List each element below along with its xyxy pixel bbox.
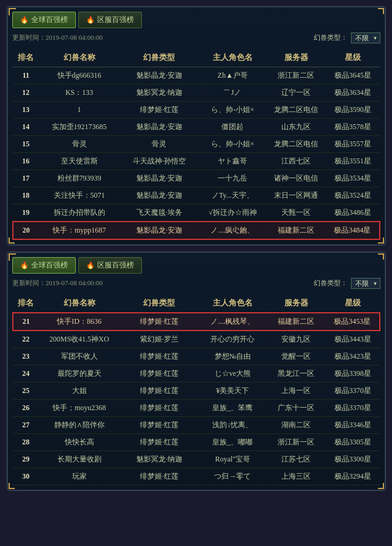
cell-owner: ら、帅-小姐× <box>199 136 266 153</box>
filter-select-wrapper-2[interactable]: 不限 <box>351 277 380 289</box>
panel-2: 🔥 全球百强榜 🔥 区服百强榜 更新时间：2019-07-08 04:00:00… <box>7 252 386 491</box>
cell-name: 快手dg666316 <box>39 67 119 84</box>
cell-owner: じ☆ve大熊 <box>199 365 266 383</box>
tab-global-1[interactable]: 🔥 全球百强榜 <box>12 12 76 28</box>
filter-label-1: 幻兽类型： <box>314 33 347 42</box>
cell-owner: 浅韵↓忧离、 <box>199 417 266 434</box>
table-body-1: 11快手dg666316魅影晶龙·安迦Zh▲户哥浙江新二区极品3645星12KS… <box>13 67 380 240</box>
col-name-2: 幻兽名称 <box>39 294 119 313</box>
cell-rank: 13 <box>13 102 40 119</box>
table-row: 19拆迁办招带队的飞天魔毯·埃务√拆迁办☆雨神天甄一区极品3486星 <box>13 204 380 222</box>
cell-name: 玩家 <box>39 468 119 485</box>
tab-server-label-1: 区服百强榜 <box>97 15 134 25</box>
col-rank-1: 排名 <box>13 48 40 67</box>
cell-name: 快手ID：8636 <box>39 313 119 331</box>
cell-type: 魅影晶龙·安迦 <box>119 67 199 84</box>
cell-owner: 皇族_、笨鹰 <box>199 400 266 417</box>
cell-name: 关注快手：5071 <box>39 187 119 204</box>
cell-type: 魅影晶龙·安迦 <box>119 222 199 239</box>
fire-icon-2: 🔥 <box>86 16 95 24</box>
table-row: 28快快长高绯梦姬·红莲皇族_、嘟嘟浙江新一区极品3305星 <box>13 434 380 451</box>
cell-star: 极品3534星 <box>326 170 379 187</box>
cell-owner: 开心の穷开心 <box>199 331 266 348</box>
table-row: 16至天使雷斯斗天战神·孙悟空ヤト鑫哥江西七区极品3551星 <box>13 153 380 170</box>
filter-select-1[interactable]: 不限 <box>351 32 380 43</box>
cell-owner: 一十九岳 <box>199 170 266 187</box>
cell-server: 觉醒一区 <box>266 348 326 365</box>
cell-name: KS：133 <box>39 84 119 102</box>
cell-type: 绯梦姬·红莲 <box>119 365 199 383</box>
cell-server: 湖南二区 <box>266 417 326 434</box>
cell-rank: 15 <box>13 136 40 153</box>
cell-star: 极品3578星 <box>326 119 379 136</box>
cell-rank: 24 <box>13 365 40 383</box>
cell-rank: 20 <box>13 222 40 239</box>
cell-server: 福建新二区 <box>266 222 326 239</box>
update-row-1: 更新时间：2019-07-08 04:00:00 幻兽类型： 不限 <box>12 32 380 43</box>
cell-server: 龙腾二区电信 <box>266 136 326 153</box>
tab-server-1[interactable]: 🔥 区服百强榜 <box>78 12 142 28</box>
cell-server: 浙江新一区 <box>266 434 326 451</box>
table-row: 131绯梦姬·红莲ら、帅-小姐×龙腾二区电信极品3590星 <box>13 102 380 119</box>
filter-select-2[interactable]: 不限 <box>351 278 380 289</box>
cell-rank: 21 <box>13 313 40 331</box>
cell-rank: 18 <box>13 187 40 204</box>
cell-name: 拆迁办招带队的 <box>39 204 119 222</box>
cell-owner: つ归→零て <box>199 468 266 485</box>
update-text-2: 更新时间：2019-07-08 04:00:00 <box>12 279 103 288</box>
table-row: 21快手ID：8636绯梦姬·红莲ノ....枫残琴、福建新二区极品3453星 <box>13 313 380 331</box>
cell-owner: ノ....疯尐龅、 <box>199 222 266 239</box>
cell-name: 快手；moyu2368 <box>39 400 119 417</box>
cell-server: 福建新二区 <box>266 313 326 331</box>
cell-server: 辽宁一区 <box>266 84 326 102</box>
tab-global-2[interactable]: 🔥 全球百强榜 <box>12 257 76 274</box>
tab-row-2: 🔥 全球百强榜 🔥 区服百强榜 <box>12 257 380 274</box>
cell-name: 实加歪192173685 <box>39 119 119 136</box>
cell-star: 极品3484星 <box>326 222 379 239</box>
tab-server-2[interactable]: 🔥 区服百强榜 <box>78 257 142 274</box>
table-row: 12KS：133魅影冥龙·纳迦˜˜ Jノ辽宁一区极品3634星 <box>13 84 380 102</box>
cell-type: 紫幻姬·罗兰 <box>119 331 199 348</box>
cell-server: 上海三区 <box>266 468 326 485</box>
col-star-1: 星级 <box>326 48 379 67</box>
table-row: 30玩家绯梦姬·红莲つ归→零て上海三区极品3294星 <box>13 468 380 485</box>
cell-server: 江西七区 <box>266 153 326 170</box>
cell-type: 斗天战神·孙悟空 <box>119 153 199 170</box>
cell-name: 最陀罗的夏天 <box>39 365 119 383</box>
cell-owner: ˜˜ Jノ <box>199 84 266 102</box>
cell-star: 极品3443星 <box>326 331 379 348</box>
cell-star: 极品3300星 <box>326 451 379 468</box>
cell-server: 黑龙江一区 <box>266 365 326 383</box>
cell-rank: 19 <box>13 204 40 222</box>
cell-server: 末日一区网通 <box>266 187 326 204</box>
cell-star: 极品3590星 <box>326 102 379 119</box>
cell-owner: ら、帅-小姐× <box>199 102 266 119</box>
cell-name: 粉丝群793939 <box>39 170 119 187</box>
cell-server: 山东九区 <box>266 119 326 136</box>
cell-name: 骨灵 <box>39 136 119 153</box>
col-owner-2: 主人角色名 <box>199 294 266 313</box>
table-row: 17粉丝群793939魅影晶龙·安迦一十九岳诸神一区电信极品3534星 <box>13 170 380 187</box>
fire-icon-3: 🔥 <box>20 261 29 269</box>
cell-name: 1 <box>39 102 119 119</box>
table-row: 23军团不收人绯梦姬·红莲梦想№自由觉醒一区极品3423星 <box>13 348 380 365</box>
cell-star: 极品3551星 <box>326 153 379 170</box>
cell-star: 极品3398星 <box>326 365 379 383</box>
cell-name: 快快长高 <box>39 434 119 451</box>
cell-star: 极品3453星 <box>326 313 379 331</box>
table-row: 20快手：mypp1687魅影晶龙·安迦ノ....疯尐龅、福建新二区极品3484… <box>13 222 380 239</box>
cell-rank: 22 <box>13 331 40 348</box>
update-text-1: 更新时间：2019-07-08 04:00:00 <box>12 33 103 42</box>
cell-server: 龙腾二区电信 <box>266 102 326 119</box>
cell-rank: 12 <box>13 84 40 102</box>
cell-owner: √拆迁办☆雨神 <box>199 204 266 222</box>
tab-global-label-2: 全球百强榜 <box>31 260 68 271</box>
cell-server: 诸神一区电信 <box>266 170 326 187</box>
col-owner-1: 主人角色名 <box>199 48 266 67</box>
col-type-2: 幻兽类型 <box>119 294 199 313</box>
cell-rank: 17 <box>13 170 40 187</box>
cell-owner: 僵团起 <box>199 119 266 136</box>
filter-select-wrapper-1[interactable]: 不限 <box>351 32 380 43</box>
cell-type: 绯梦姬·红莲 <box>119 417 199 434</box>
col-server-2: 服务器 <box>266 294 326 313</box>
